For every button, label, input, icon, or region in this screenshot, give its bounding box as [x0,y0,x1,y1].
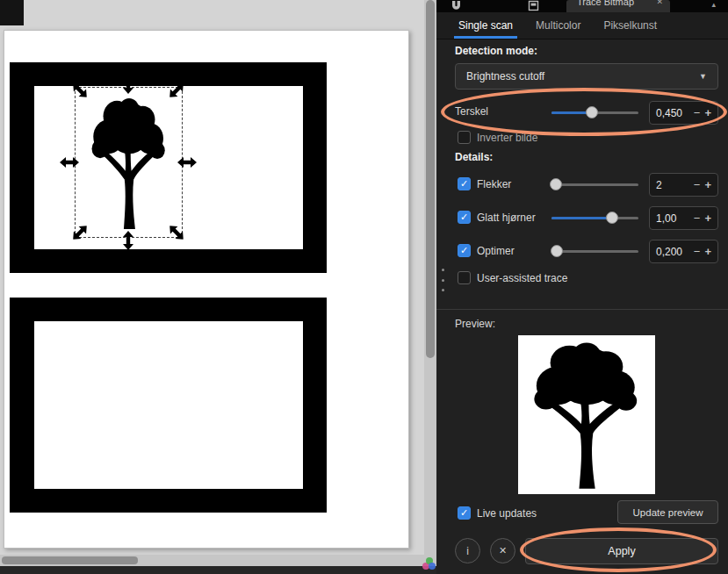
speckles-label: Flekker [477,178,511,190]
threshold-slider[interactable] [551,106,638,119]
scale-handle-right[interactable] [177,157,197,169]
threshold-spinbox[interactable]: 0,450 − + [649,101,718,125]
live-updates-checkbox[interactable]: ✓ [458,506,471,520]
smooth-corners-label: Glatt hjørner [477,212,536,224]
details-label: Details: [455,151,493,163]
check-icon: ✓ [458,178,470,190]
slider-track[interactable] [551,183,638,186]
canvas-corner-block [0,0,24,25]
threshold-label: Terskel [455,105,488,118]
smooth-corners-spinbox[interactable]: 1,00 − + [649,206,718,230]
check-icon: ✓ [458,507,470,519]
info-icon: i [466,546,469,556]
dialog-icon[interactable] [528,0,539,11]
speckles-slider[interactable] [551,178,638,191]
speckles-spinbox[interactable]: 2 − + [649,173,718,197]
selection-bounding-box [75,87,183,238]
tab-label: Multicolor [536,19,580,32]
inkscape-window: Trace Bitmap ✕ ▴ Single scan Multicolor … [0,0,728,574]
document-page[interactable] [4,30,409,549]
tab-label: Single scan [458,19,513,32]
horizontal-scrollbar[interactable] [0,555,424,566]
info-button[interactable]: i [455,538,480,563]
status-bar [0,566,436,574]
preview-image [518,335,655,494]
smooth-corners-value[interactable]: 1,00 [656,212,676,225]
minus-icon[interactable]: − [694,106,701,119]
optimize-value[interactable]: 0,200 [656,246,682,258]
preview-tree-silhouette [523,338,651,491]
tab-label: Pikselkunst [603,19,657,32]
preview-label: Preview: [455,318,495,330]
vertical-scrollbar-thumb[interactable] [426,0,435,358]
speckles-checkbox[interactable]: ✓ [458,177,471,190]
plus-icon[interactable]: + [704,106,711,119]
smooth-corners-slider[interactable] [551,212,638,225]
cancel-icon: ✕ [499,546,507,556]
close-icon[interactable]: ✕ [656,0,663,6]
detection-mode-value: Brightness cutoff [466,70,544,83]
minus-icon[interactable]: − [694,178,701,191]
frame-hole [34,321,303,489]
dock-tab-title: Trace Bitmap [577,0,634,7]
dock-collapse-icon[interactable]: ▴ [711,0,716,9]
threshold-value[interactable]: 0,450 [656,107,682,119]
user-assisted-checkbox[interactable]: ✓ [458,271,471,284]
slider-track[interactable] [551,250,638,253]
plus-icon[interactable]: + [704,245,711,258]
optimize-label: Optimer [477,245,515,257]
apply-button[interactable]: Apply [525,538,718,564]
user-assisted-label: User-assisted trace [477,272,567,284]
dock-tab-trace-bitmap[interactable]: Trace Bitmap ✕ [566,0,670,12]
chevron-down-icon: ▼ [699,72,707,81]
speckles-slider-handle[interactable] [550,178,562,190]
speckles-value[interactable]: 2 [656,179,662,191]
optimize-slider-handle[interactable] [551,245,563,257]
tab-single-scan[interactable]: Single scan [447,12,524,39]
dock-tab-bar: Trace Bitmap ✕ ▴ [436,0,728,12]
optimize-checkbox[interactable]: ✓ [458,244,471,257]
smooth-corners-slider-handle[interactable] [606,212,618,224]
smooth-corners-checkbox[interactable]: ✓ [458,211,471,224]
minus-icon[interactable]: − [694,212,701,225]
detection-mode-select[interactable]: Brightness cutoff ▼ [455,63,718,90]
color-management-icon[interactable] [422,557,436,571]
section-divider [436,309,728,310]
trace-bitmap-dialog: Trace Bitmap ✕ ▴ Single scan Multicolor … [436,0,728,574]
scale-handle-top[interactable] [123,75,134,94]
horizontal-scrollbar-thumb[interactable] [2,556,138,564]
panel-resize-handle[interactable] [439,269,446,291]
check-icon: ✓ [458,212,470,223]
tab-pikselkunst[interactable]: Pikselkunst [592,12,668,39]
dialog-tab-bar: Single scan Multicolor Pikselkunst [436,12,728,39]
check-icon: ✓ [458,245,470,256]
cancel-button[interactable]: ✕ [490,538,515,563]
update-preview-button[interactable]: Update preview [617,500,718,524]
plus-icon[interactable]: + [704,212,711,225]
tab-multicolor[interactable]: Multicolor [524,12,592,39]
minus-icon[interactable]: − [694,245,701,258]
canvas-area[interactable] [0,0,424,574]
optimize-slider[interactable] [551,245,638,258]
snapping-icon[interactable] [450,0,462,11]
live-updates-label: Live updates [477,507,537,520]
vertical-scrollbar[interactable] [424,0,436,555]
invert-label: Inverter bilde [477,132,537,144]
slider-fill [551,217,612,219]
invert-checkbox[interactable]: ✓ [458,131,471,144]
scale-handle-left[interactable] [60,157,79,169]
optimize-spinbox[interactable]: 0,200 − + [649,240,718,263]
detection-mode-label: Detection mode: [455,45,537,57]
threshold-slider-handle[interactable] [586,106,598,118]
plus-icon[interactable]: + [704,178,711,191]
traced-frame-bottom[interactable] [10,298,327,513]
scale-handle-bottom[interactable] [123,231,134,250]
